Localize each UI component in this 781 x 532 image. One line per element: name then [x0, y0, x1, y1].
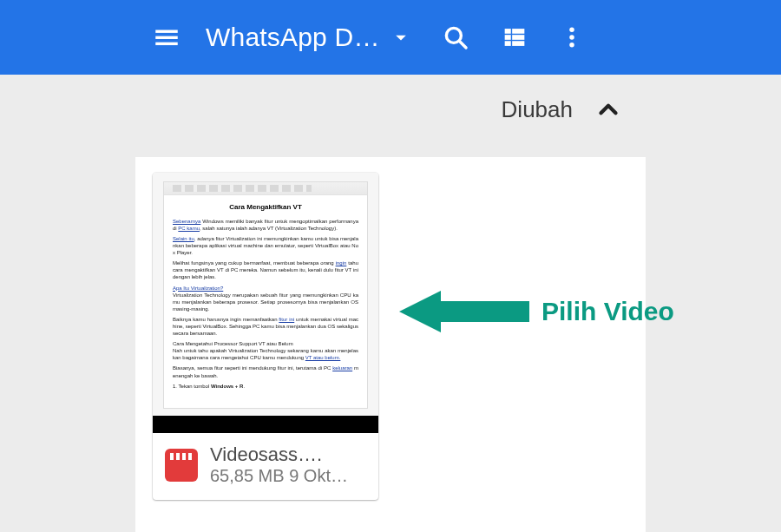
svg-rect-7 [504, 35, 510, 40]
page-title: WhatsApp D… [206, 23, 380, 52]
svg-line-4 [459, 42, 466, 49]
svg-rect-1 [155, 36, 178, 39]
file-meta: 65,85 MB 9 Okt… [210, 466, 366, 486]
svg-point-11 [569, 28, 574, 33]
svg-rect-0 [155, 30, 178, 33]
svg-rect-6 [512, 29, 524, 34]
file-list: Cara Mengaktifkan VT Sebenarnya Windows … [135, 157, 646, 532]
app-bar: WhatsApp D… [0, 0, 781, 75]
menu-icon[interactable] [152, 23, 181, 52]
svg-point-12 [569, 35, 574, 40]
sort-label: Diubah [502, 96, 573, 123]
file-card[interactable]: Cara Mengaktifkan VT Sebenarnya Windows … [153, 173, 378, 500]
sort-row[interactable]: Diubah [135, 75, 646, 144]
file-thumbnail: Cara Mengaktifkan VT Sebenarnya Windows … [153, 173, 378, 416]
svg-rect-5 [504, 29, 510, 34]
file-name: Videosass…. [210, 443, 366, 466]
folder-title-dropdown[interactable]: WhatsApp D… [206, 23, 413, 52]
thumbnail-media-strip [153, 416, 378, 433]
chevron-down-icon [389, 25, 413, 49]
thumb-doc-title: Cara Mengaktifkan VT [173, 203, 358, 213]
search-icon[interactable] [441, 23, 470, 52]
video-file-icon [165, 449, 198, 482]
chevron-up-icon [594, 95, 623, 124]
page-surface: Diubah Cara Mengaktifkan VT Sebenarnya W… [135, 75, 646, 532]
view-list-icon[interactable] [500, 23, 529, 52]
svg-rect-9 [504, 41, 510, 46]
svg-rect-8 [512, 35, 524, 40]
svg-rect-2 [155, 43, 178, 45]
svg-rect-10 [512, 41, 524, 46]
file-card-footer: Videosass…. 65,85 MB 9 Okt… [153, 433, 378, 500]
svg-point-13 [569, 43, 574, 48]
overflow-menu-icon[interactable] [559, 24, 585, 50]
